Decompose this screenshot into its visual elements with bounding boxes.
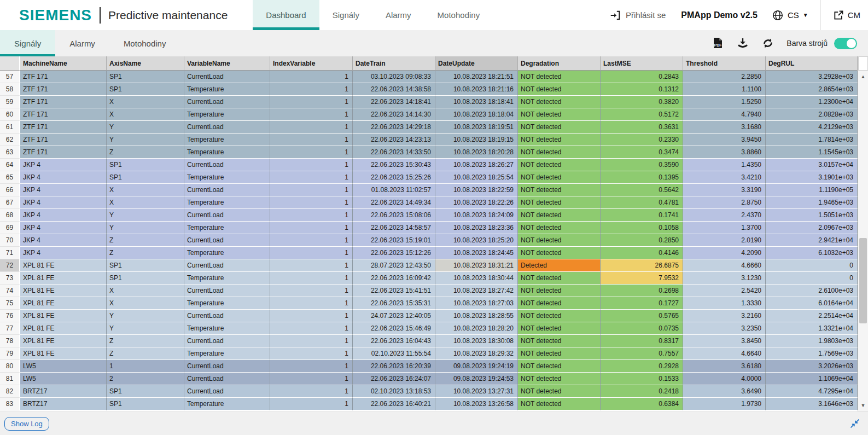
cell-variable-name[interactable]: Temperature xyxy=(184,272,270,285)
cell-variable-name[interactable]: Temperature xyxy=(184,171,270,184)
cell-last-mse[interactable]: 0.2418 xyxy=(601,385,683,398)
cell-date-train[interactable]: 22.06.2023 15:08:06 xyxy=(353,209,435,222)
cell-machine-name[interactable]: LW5 xyxy=(20,360,107,373)
cell-date-train[interactable]: 22.06.2023 14:49:34 xyxy=(353,196,435,209)
cell-date-train[interactable]: 22.06.2023 14:23:13 xyxy=(353,134,435,146)
cell-machine-name[interactable]: JKP 4 xyxy=(20,222,107,234)
cell-date-update[interactable]: 10.08.2023 18:28:20 xyxy=(435,322,518,335)
cell-date-update[interactable]: 10.08.2023 18:20:28 xyxy=(435,146,518,159)
cell-degradation[interactable]: NOT detected xyxy=(518,108,601,121)
cell-date-update[interactable]: 10.08.2023 18:21:51 xyxy=(435,71,518,83)
cell-threshold[interactable]: 1.3700 xyxy=(683,222,766,234)
cell-machine-name[interactable]: LW5 xyxy=(20,373,107,385)
cell-variable-name[interactable]: Temperature xyxy=(184,347,270,360)
cell-index-variable[interactable]: 1 xyxy=(270,184,353,196)
cell-threshold[interactable]: 2.8750 xyxy=(683,196,766,209)
cell-row-number[interactable]: 62 xyxy=(0,134,20,146)
column-header-machinename[interactable]: MachineName xyxy=(20,56,107,71)
cell-degradation[interactable]: NOT detected xyxy=(518,360,601,373)
cell-date-update[interactable]: 10.08.2023 18:23:36 xyxy=(435,222,518,234)
cell-date-update[interactable]: 10.08.2023 18:30:44 xyxy=(435,272,518,285)
cell-threshold[interactable]: 3.2160 xyxy=(683,310,766,322)
cell-deg-rul[interactable]: 1.2300e+04 xyxy=(766,96,858,108)
cell-index-variable[interactable]: 1 xyxy=(270,171,353,184)
cell-index-variable[interactable]: 1 xyxy=(270,159,353,171)
cell-index-variable[interactable]: 1 xyxy=(270,335,353,347)
cell-deg-rul[interactable]: 2.0828e+03 xyxy=(766,108,858,121)
cell-machine-name[interactable]: ZTF 171 xyxy=(20,71,107,83)
cell-row-number[interactable]: 81 xyxy=(0,373,20,385)
cell-variable-name[interactable]: CurrentLoad xyxy=(184,121,270,134)
cell-variable-name[interactable]: Temperature xyxy=(184,108,270,121)
cell-axis-name[interactable]: SP1 xyxy=(107,171,184,184)
refresh-icon[interactable] xyxy=(761,37,774,50)
cell-machine-name[interactable]: JKP 4 xyxy=(20,171,107,184)
cell-date-update[interactable]: 10.08.2023 18:19:15 xyxy=(435,134,518,146)
cell-variable-name[interactable]: Temperature xyxy=(184,196,270,209)
cell-deg-rul[interactable]: 2.6100e+03 xyxy=(766,285,858,297)
cell-last-mse[interactable]: 0.5765 xyxy=(601,310,683,322)
cm-link[interactable]: CM xyxy=(833,10,860,21)
cell-last-mse[interactable]: 0.1058 xyxy=(601,222,683,234)
cell-machine-name[interactable]: ZTF 171 xyxy=(20,83,107,96)
nav-item-motohodiny[interactable]: Motohodiny xyxy=(424,0,493,30)
cell-machine-name[interactable]: BRTZ17 xyxy=(20,385,107,398)
cell-deg-rul[interactable]: 1.7569e+03 xyxy=(766,347,858,360)
collapse-icon[interactable] xyxy=(849,418,860,429)
cell-index-variable[interactable]: 1 xyxy=(270,360,353,373)
column-header-lastmse[interactable]: LastMSE xyxy=(601,56,683,71)
cell-axis-name[interactable]: SP1 xyxy=(107,71,184,83)
cell-axis-name[interactable]: X xyxy=(107,184,184,196)
cell-degradation[interactable]: NOT detected xyxy=(518,373,601,385)
cell-variable-name[interactable]: CurrentLoad xyxy=(184,385,270,398)
cell-deg-rul[interactable]: 1.9803e+03 xyxy=(766,335,858,347)
cell-index-variable[interactable]: 1 xyxy=(270,259,353,272)
cell-deg-rul[interactable]: 0 xyxy=(766,272,858,285)
cell-degradation[interactable]: NOT detected xyxy=(518,222,601,234)
cell-deg-rul[interactable]: 3.1901e+03 xyxy=(766,171,858,184)
cell-index-variable[interactable]: 1 xyxy=(270,222,353,234)
cell-row-number[interactable]: 69 xyxy=(0,222,20,234)
cell-variable-name[interactable]: CurrentLoad xyxy=(184,71,270,83)
cell-last-mse[interactable]: 0.4781 xyxy=(601,196,683,209)
cell-index-variable[interactable]: 1 xyxy=(270,121,353,134)
cell-axis-name[interactable]: Y xyxy=(107,310,184,322)
cell-last-mse[interactable]: 0.8317 xyxy=(601,335,683,347)
cell-index-variable[interactable]: 1 xyxy=(270,146,353,159)
cell-variable-name[interactable]: Temperature xyxy=(184,247,270,259)
cell-machine-name[interactable]: XPL 81 FE xyxy=(20,285,107,297)
cell-last-mse[interactable]: 7.9532 xyxy=(601,272,683,285)
cell-date-train[interactable]: 24.07.2023 12:40:05 xyxy=(353,310,435,322)
cell-last-mse[interactable]: 0.7557 xyxy=(601,347,683,360)
cell-threshold[interactable]: 1.3330 xyxy=(683,297,766,310)
cell-machine-name[interactable]: ZTF 171 xyxy=(20,121,107,134)
column-header-variablename[interactable]: VariableName xyxy=(184,56,270,71)
cell-deg-rul[interactable]: 3.1646e+03 xyxy=(766,398,858,410)
cell-date-update[interactable]: 10.08.2023 18:25:20 xyxy=(435,234,518,247)
cell-date-train[interactable]: 02.10.2023 13:18:53 xyxy=(353,385,435,398)
cell-degradation[interactable]: NOT detected xyxy=(518,196,601,209)
cell-machine-name[interactable]: ZTF 171 xyxy=(20,146,107,159)
cell-variable-name[interactable]: Temperature xyxy=(184,297,270,310)
column-header-axisname[interactable]: AxisName xyxy=(107,56,184,71)
cell-date-update[interactable]: 10.08.2023 18:27:42 xyxy=(435,285,518,297)
cell-deg-rul[interactable]: 4.2129e+03 xyxy=(766,121,858,134)
cell-index-variable[interactable]: 1 xyxy=(270,398,353,410)
cell-variable-name[interactable]: Temperature xyxy=(184,398,270,410)
column-header-dateupdate[interactable]: DateUpdate xyxy=(435,56,518,71)
cell-variable-name[interactable]: CurrentLoad xyxy=(184,159,270,171)
cell-date-train[interactable]: 22.06.2023 15:25:26 xyxy=(353,171,435,184)
cell-date-update[interactable]: 10.08.2023 18:18:41 xyxy=(435,96,518,108)
cell-axis-name[interactable]: SP1 xyxy=(107,259,184,272)
cell-machine-name[interactable]: XPL 81 FE xyxy=(20,297,107,310)
cell-last-mse[interactable]: 0.3590 xyxy=(601,159,683,171)
cell-threshold[interactable]: 4.2090 xyxy=(683,247,766,259)
cell-machine-name[interactable]: XPL 81 FE xyxy=(20,335,107,347)
cell-row-number[interactable]: 61 xyxy=(0,121,20,134)
cell-degradation[interactable]: NOT detected xyxy=(518,335,601,347)
cell-last-mse[interactable]: 0.3820 xyxy=(601,96,683,108)
cell-date-update[interactable]: 10.08.2023 18:18:04 xyxy=(435,108,518,121)
cell-row-number[interactable]: 82 xyxy=(0,385,20,398)
cell-date-update[interactable]: 10.08.2023 18:30:08 xyxy=(435,335,518,347)
cell-machine-name[interactable]: JKP 4 xyxy=(20,159,107,171)
